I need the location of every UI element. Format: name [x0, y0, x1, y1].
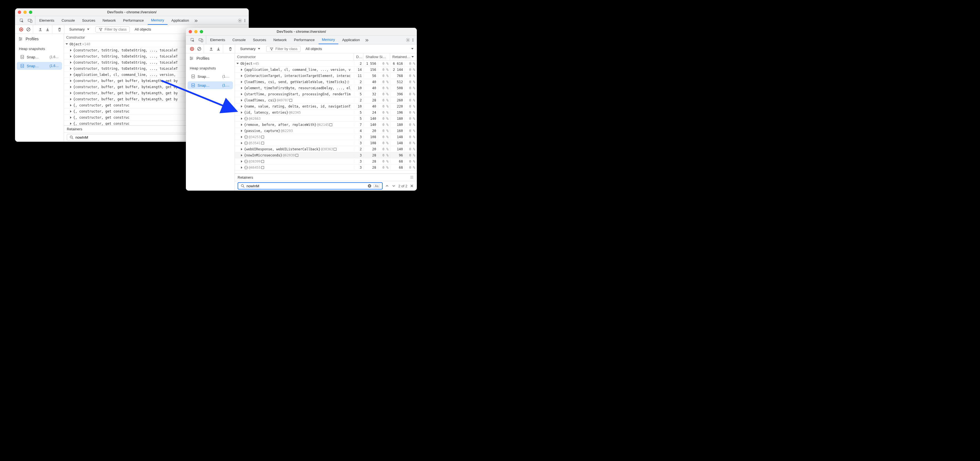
download-icon[interactable] — [216, 47, 221, 51]
delete-icon[interactable] — [57, 27, 62, 32]
sliders-icon[interactable] — [189, 56, 194, 60]
zoom-icon[interactable] — [200, 30, 203, 33]
chevron-down-icon — [258, 48, 260, 49]
tab-elements[interactable]: Elements — [207, 36, 228, 44]
record-icon[interactable] — [190, 47, 194, 51]
tab-performance[interactable]: Performance — [291, 36, 318, 44]
next-result-icon[interactable] — [391, 184, 396, 188]
heap-row[interactable]: {remove, before, after, replaceWith} @62… — [235, 122, 417, 128]
menu-icon[interactable] — [410, 175, 414, 179]
retainers-header[interactable]: Retainers — [235, 173, 417, 181]
col-shallow[interactable]: Shallow Si… — [363, 53, 390, 60]
svg-line-28 — [198, 48, 200, 50]
minimize-icon[interactable] — [194, 30, 197, 33]
upload-icon[interactable] — [209, 47, 213, 51]
heap-row[interactable]: {element, timeToFirstByte, resourceLoadD… — [235, 85, 417, 91]
search-result-count: 2 of 2 — [398, 184, 407, 188]
record-icon[interactable] — [19, 27, 23, 32]
heap-row[interactable]: {loadTimes, csi} @49707 2 280 % 2600 % — [235, 97, 417, 103]
heap-row[interactable]: {nowInMicroseconds} @62039 3 280 % 960 % — [235, 152, 417, 158]
tab-network[interactable]: Network — [99, 16, 119, 25]
tab-memory[interactable]: Memory — [148, 16, 167, 25]
svg-point-11 — [19, 38, 20, 38]
heap-row[interactable]: {} @42663 5 1400 % 1800 % — [235, 116, 417, 122]
tab-application[interactable]: Application — [339, 36, 363, 44]
device-icon[interactable] — [28, 18, 32, 23]
chevron-down-icon[interactable] — [411, 48, 414, 49]
zoom-icon[interactable] — [29, 11, 32, 14]
col-distance[interactable]: Di… — [354, 53, 363, 60]
col-retained[interactable]: Retained… — [390, 53, 417, 60]
objects-select[interactable]: All objects — [132, 26, 153, 32]
heap-row[interactable]: {} @34253 3 1080 % 1480 % — [235, 134, 417, 140]
inspect-icon[interactable] — [19, 18, 24, 23]
snapshot-item[interactable]: Snap… (1.… — [188, 73, 233, 80]
heap-row[interactable]: {passive, capture} @62293 4 200 % 1600 % — [235, 128, 417, 134]
tab-application[interactable]: Application — [168, 16, 192, 25]
chevron-down-icon — [87, 29, 89, 30]
heap-row[interactable]: {} @53541 3 1080 % 1480 % — [235, 140, 417, 146]
heap-row[interactable]: {id, latency, entries} @62345 5 240 % 19… — [235, 109, 417, 116]
col-constructor[interactable]: Constructor — [235, 53, 354, 60]
tab-elements[interactable]: Elements — [36, 16, 57, 25]
more-tabs-icon[interactable] — [194, 18, 198, 23]
heap-row[interactable]: {interactionTarget, interactionTargetEle… — [235, 73, 417, 79]
snapshot-item[interactable]: Snap… (1.… — [188, 81, 233, 89]
profiles-sidebar: Profiles Heap snapshots Snap… (1.6… Snap… — [15, 34, 64, 142]
kebab-icon[interactable] — [411, 38, 415, 42]
search-input[interactable]: Aa — [238, 182, 383, 190]
download-icon[interactable] — [45, 27, 50, 32]
view-select[interactable]: Summary — [238, 46, 264, 52]
tab-console[interactable]: Console — [229, 36, 249, 44]
class-filter[interactable]: Filter by class — [95, 26, 130, 33]
tab-network[interactable]: Network — [270, 36, 290, 44]
sliders-icon[interactable] — [18, 37, 23, 41]
svg-point-31 — [191, 59, 191, 60]
clear-icon[interactable] — [197, 47, 202, 51]
view-select[interactable]: Summary — [67, 26, 93, 32]
close-icon[interactable] — [189, 30, 192, 33]
close-search-icon[interactable] — [410, 184, 414, 188]
heap-row[interactable]: {application_label, cl, command_line, ..… — [235, 67, 417, 73]
heap-row[interactable]: {startTime, processingStart, processingE… — [235, 91, 417, 97]
svg-rect-2 — [30, 20, 32, 22]
svg-line-17 — [72, 138, 73, 139]
snapshot-item[interactable]: Snap… (1.6… — [17, 53, 62, 61]
device-icon[interactable] — [199, 38, 203, 42]
close-icon[interactable] — [18, 11, 21, 14]
heap-row[interactable]: {} @46455 3 280 % 680 % — [235, 165, 417, 171]
profiles-label: Profiles — [196, 56, 210, 60]
minimize-icon[interactable] — [23, 11, 27, 14]
filter-icon — [99, 27, 103, 32]
svg-point-30 — [192, 58, 192, 59]
objects-select[interactable]: All objects — [303, 46, 324, 52]
class-filter[interactable]: Filter by class — [266, 46, 301, 52]
more-tabs-icon[interactable] — [365, 38, 369, 42]
svg-rect-15 — [21, 64, 24, 68]
snapshot-icon — [20, 63, 24, 68]
inspect-icon[interactable] — [190, 38, 195, 42]
clear-input-icon[interactable] — [367, 184, 372, 188]
svg-point-24 — [413, 41, 414, 41]
match-case-button[interactable]: Aa — [374, 184, 380, 188]
tab-sources[interactable]: Sources — [250, 36, 270, 44]
heap-row[interactable]: {name, value, rating, delta, entries, id… — [235, 103, 417, 109]
gear-icon[interactable] — [406, 38, 410, 42]
prev-result-icon[interactable] — [385, 184, 389, 188]
tab-performance[interactable]: Performance — [120, 16, 147, 25]
tab-memory[interactable]: Memory — [318, 36, 338, 44]
clear-icon[interactable] — [26, 27, 30, 32]
svg-point-5 — [245, 20, 245, 21]
delete-icon[interactable] — [228, 47, 232, 51]
heap-row[interactable]: {loadTimes, csi, send, getVariableValue,… — [235, 79, 417, 85]
titlebar: DevTools - chrome://version/ — [15, 8, 249, 16]
upload-icon[interactable] — [38, 27, 43, 32]
object-root[interactable]: Object ×45 2 1 5560 % 6 6160 % — [235, 60, 417, 67]
tab-sources[interactable]: Sources — [79, 16, 99, 25]
heap-row[interactable]: {webUIResponse, webUIListenerCallback} @… — [235, 146, 417, 152]
gear-icon[interactable] — [238, 18, 242, 23]
heap-row[interactable]: {} @38399 3 280 % 680 % — [235, 158, 417, 165]
tab-console[interactable]: Console — [58, 16, 78, 25]
snapshot-item[interactable]: Snap… (1.6… — [17, 62, 62, 70]
kebab-icon[interactable] — [243, 18, 247, 23]
